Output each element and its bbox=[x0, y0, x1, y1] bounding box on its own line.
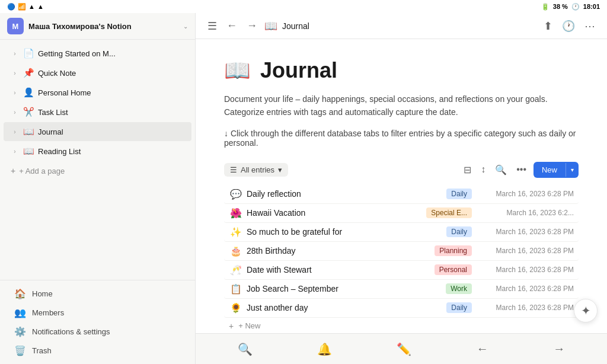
view-chevron-icon: ▾ bbox=[278, 165, 282, 174]
add-btn[interactable]: + bbox=[176, 49, 184, 58]
db-row[interactable]: 🎂 28th Birthday Planning March 16, 2023 … bbox=[224, 242, 579, 261]
more-btn[interactable]: ••• bbox=[162, 107, 174, 117]
sidebar-item-quick-note[interactable]: › 📌 Quick Note ••• + bbox=[4, 63, 191, 82]
db-row[interactable]: ✨ So much to be grateful for Daily March… bbox=[224, 223, 579, 242]
new-btn-chevron-icon: ▾ bbox=[566, 163, 579, 177]
search-tab-button[interactable]: 🔍 bbox=[228, 337, 262, 361]
more-options-button[interactable]: ⋯ bbox=[582, 17, 598, 35]
upload-icon: ▲ bbox=[37, 3, 44, 10]
description-text: Document your life – daily happenings, s… bbox=[224, 94, 548, 117]
add-page-button[interactable]: + + Add a page bbox=[4, 161, 191, 180]
home-icon: 🏠 bbox=[14, 288, 26, 299]
db-row[interactable]: 🥂 Date with Stewart Personal March 16, 2… bbox=[224, 261, 579, 280]
entry-tag: Planning bbox=[435, 245, 472, 256]
sort-button[interactable]: ↕ bbox=[478, 162, 488, 177]
main-wrapper: ☰ ← → 📖 Journal ⬆ 🕐 ⋯ 📖 Journal bbox=[196, 13, 607, 364]
sidebar-item-label: Quick Note bbox=[38, 69, 158, 78]
share-button[interactable]: ⬆ bbox=[541, 17, 555, 35]
entry-tag: Special E... bbox=[426, 207, 472, 218]
more-btn[interactable]: ••• bbox=[162, 68, 174, 78]
settings-icon: ⚙️ bbox=[14, 326, 26, 337]
sidebar-item-reading-list[interactable]: › 📖 Reading List ••• + bbox=[4, 142, 191, 161]
entry-date: March 16, 2023 6:28 PM bbox=[479, 228, 574, 236]
forward-tab-button[interactable]: → bbox=[544, 337, 574, 360]
filter-button[interactable]: ⊟ bbox=[461, 162, 474, 178]
back-tab-button[interactable]: ← bbox=[467, 337, 498, 360]
sidebar-item-label: Personal Home bbox=[38, 88, 158, 97]
new-row-label: + New bbox=[238, 321, 260, 330]
fab-button[interactable]: ✦ bbox=[574, 299, 598, 323]
sidebar-bottom-members[interactable]: 👥 Members bbox=[4, 304, 191, 322]
entry-name: Daily reflection bbox=[247, 189, 446, 199]
sidebar-bottom-home[interactable]: 🏠 Home bbox=[4, 285, 191, 303]
db-add-row-button[interactable]: + + New bbox=[224, 318, 579, 333]
add-btn[interactable]: + bbox=[176, 88, 184, 97]
book-icon: 📖 bbox=[23, 146, 34, 157]
notifications-tab-button[interactable]: 🔔 bbox=[308, 337, 341, 361]
sidebar-bottom-label: Home bbox=[32, 289, 53, 298]
add-icon: ✦ bbox=[581, 304, 591, 318]
sidebar-item-personal-home[interactable]: › 👤 Personal Home ••• + bbox=[4, 83, 191, 102]
sidebar-item-journal[interactable]: › 📖 Journal ••• + bbox=[4, 122, 191, 141]
toolbar-title: 📖 Journal bbox=[264, 20, 536, 33]
sidebar-bottom-trash[interactable]: 🗑️ Trash bbox=[4, 341, 191, 360]
person-icon: 👤 bbox=[23, 87, 34, 98]
wifi-icon: 📶 bbox=[18, 3, 26, 11]
entry-date: March 16, 2023 6:28 PM bbox=[479, 247, 574, 255]
entry-icon: 📋 bbox=[229, 283, 243, 295]
db-row[interactable]: 💬 Daily reflection Daily March 16, 2023 … bbox=[224, 185, 579, 204]
plus-icon: + bbox=[229, 321, 234, 331]
add-btn[interactable]: + bbox=[176, 107, 184, 117]
more-btn[interactable]: ••• bbox=[162, 88, 174, 97]
db-row[interactable]: 🌺 Hawaii Vacation Special E... March 16,… bbox=[224, 204, 579, 223]
workspace-name: Маша Тихомирова's Notion bbox=[28, 22, 178, 31]
workspace-chevron-icon: ⌄ bbox=[183, 23, 188, 30]
edit-tab-button[interactable]: ✏️ bbox=[387, 337, 421, 361]
entry-name: So much to be grateful for bbox=[247, 227, 446, 237]
more-btn[interactable]: ••• bbox=[162, 49, 174, 58]
status-bar-right: 🔋 38 % 🕐 18:01 bbox=[541, 3, 600, 11]
expand-icon: › bbox=[11, 148, 19, 155]
sidebar-item-label: Reading List bbox=[38, 147, 158, 156]
pin-icon: 📌 bbox=[23, 68, 34, 78]
sidebar-item-getting-started[interactable]: › 📄 Getting Started on M... ••• + bbox=[4, 44, 191, 63]
db-row[interactable]: 🌻 Just another day Daily March 16, 2023 … bbox=[224, 299, 579, 318]
entry-tag: Work bbox=[446, 283, 472, 294]
new-btn-label: New bbox=[533, 162, 566, 178]
trash-icon: 🗑️ bbox=[14, 345, 26, 356]
entry-name: 28th Birthday bbox=[247, 246, 435, 256]
more-db-button[interactable]: ••• bbox=[514, 162, 529, 177]
entry-icon: ✨ bbox=[229, 226, 243, 238]
page-header: 📖 Journal bbox=[224, 58, 579, 83]
add-btn[interactable]: + bbox=[176, 68, 184, 78]
add-btn[interactable]: + bbox=[176, 146, 184, 156]
search-button[interactable]: 🔍 bbox=[493, 162, 509, 178]
view-icon: ☰ bbox=[230, 165, 237, 174]
menu-button[interactable]: ☰ bbox=[205, 17, 219, 35]
more-btn[interactable]: ••• bbox=[162, 146, 174, 156]
entry-name: Date with Stewart bbox=[247, 265, 435, 274]
db-view-selector[interactable]: ☰ All entries ▾ bbox=[224, 163, 288, 177]
entry-tag: Daily bbox=[446, 226, 472, 237]
page-content: 📖 Journal Document your life – daily hap… bbox=[196, 39, 607, 333]
expand-icon: › bbox=[11, 109, 19, 116]
entry-date: March 16, 2023 6:28 PM bbox=[479, 304, 574, 312]
sidebar-bottom-notifications[interactable]: ⚙️ Notifications & settings bbox=[4, 323, 191, 341]
entry-tag: Daily bbox=[446, 302, 472, 313]
sidebar-item-label: Journal bbox=[38, 127, 158, 136]
forward-button[interactable]: → bbox=[244, 17, 260, 34]
new-entry-button[interactable]: New ▾ bbox=[533, 162, 579, 178]
page-emoji: 📖 bbox=[224, 58, 251, 83]
add-btn[interactable]: + bbox=[176, 127, 184, 136]
history-button[interactable]: 🕐 bbox=[560, 17, 577, 35]
sidebar-item-task-list[interactable]: › ✂️ Task List ••• + bbox=[4, 103, 191, 122]
sidebar-header[interactable]: M Маша Тихомирова's Notion ⌄ bbox=[0, 13, 195, 40]
time-display: 18:01 bbox=[583, 3, 600, 10]
db-row[interactable]: 📋 Job Search – September Work March 16, … bbox=[224, 280, 579, 299]
view-label: All entries bbox=[241, 165, 274, 174]
workspace-icon: M bbox=[7, 18, 24, 34]
more-btn[interactable]: ••• bbox=[162, 127, 174, 136]
battery-icon: 🔋 bbox=[541, 3, 550, 11]
journal-icon: 📖 bbox=[23, 126, 34, 137]
back-button[interactable]: ← bbox=[224, 17, 239, 34]
